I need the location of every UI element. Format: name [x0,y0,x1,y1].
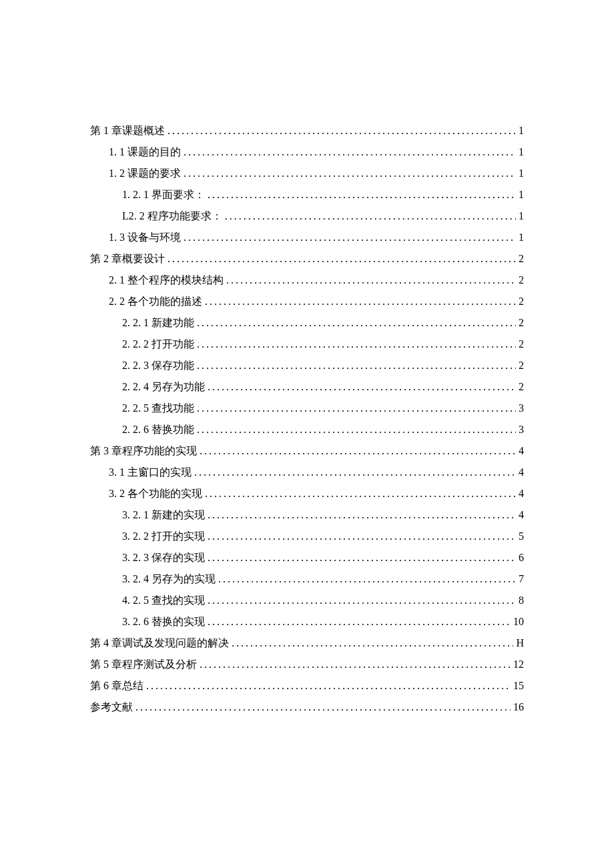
toc-leader-dots [208,376,516,398]
toc-page-number: 4 [519,483,524,504]
toc-entry: 2. 2. 4 另存为功能2 [90,376,524,398]
toc-entry: 1. 1 课题的目的1 [90,141,524,163]
toc-entry: 3. 2. 1 新建的实现4 [90,504,524,526]
toc-leader-dots [208,526,516,547]
toc-leader-dots [197,355,516,376]
toc-entry: 2. 2. 6 替换功能3 [90,419,524,440]
toc-page-number: 2 [519,291,524,312]
toc-entry: 4. 2. 5 查找的实现8 [90,590,524,611]
toc-leader-dots [232,632,513,654]
toc-page-number: H [516,632,524,654]
toc-title: 参考文献 [90,697,133,718]
toc-page-number: 12 [513,654,524,675]
toc-title: 3. 2. 3 保存的实现 [122,547,205,568]
toc-leader-dots [208,504,516,526]
toc-entry: 3. 2 各个功能的实现4 [90,483,524,504]
toc-title: 3. 1 主窗口的实现 [109,462,192,483]
toc-leader-dots [168,248,516,270]
toc-page-number: 3 [519,398,524,419]
toc-title: 2. 2. 4 另存为功能 [122,376,205,398]
toc-leader-dots [197,312,516,334]
toc-entry: 1. 3 设备与环境1 [90,227,524,248]
toc-entry: 3. 2. 4 另存为的实现7 [90,568,524,590]
toc-leader-dots [184,141,516,163]
toc-page-number: 2 [519,248,524,270]
toc-page-number: 15 [513,675,524,697]
toc-entry: L2. 2 程序功能要求：1 [90,205,524,227]
toc-leader-dots [184,227,516,248]
toc-entry: 3. 2. 2 打开的实现5 [90,526,524,547]
toc-leader-dots [194,462,516,483]
toc-leader-dots [218,568,516,590]
toc-title: L2. 2 程序功能要求： [122,205,222,227]
toc-leader-dots [226,270,516,291]
toc-leader-dots [197,398,516,419]
toc-entry: 2. 1 整个程序的模块结构2 [90,270,524,291]
toc-title: 第 2 章概要设计 [90,248,165,270]
toc-page-number: 1 [519,120,524,141]
toc-title: 1. 1 课题的目的 [109,141,181,163]
toc-leader-dots [200,440,516,462]
toc-entry: 参考文献16 [90,697,524,718]
toc-page-number: 4 [519,462,524,483]
toc-page-number: 1 [519,205,524,227]
toc-entry: 2. 2. 2 打开功能2 [90,334,524,355]
toc-entry: 2. 2. 3 保存功能2 [90,355,524,376]
toc-page-number: 1 [519,141,524,163]
toc-entry: 第 2 章概要设计2 [90,248,524,270]
toc-leader-dots [225,205,516,227]
toc-title: 第 1 章课题概述 [90,120,165,141]
toc-page-number: 16 [513,697,524,718]
toc-page-number: 1 [519,163,524,184]
toc-leader-dots [168,120,516,141]
toc-title: 第 6 章总结 [90,675,143,697]
toc-page-number: 5 [519,526,524,547]
toc-entry: 1. 2 课题的要求1 [90,163,524,184]
toc-leader-dots [208,590,516,611]
toc-page-number: 1 [519,227,524,248]
toc-leader-dots [197,419,516,440]
toc-entry: 3. 1 主窗口的实现4 [90,462,524,483]
toc-title: 第 3 章程序功能的实现 [90,440,197,462]
toc-page-number: 2 [519,334,524,355]
toc-entry: 1. 2. 1 界面要求：1 [90,184,524,205]
toc-entry: 第 5 章程序测试及分析12 [90,654,524,675]
toc-title: 3. 2. 4 另存为的实现 [122,568,216,590]
table-of-contents: 第 1 章课题概述11. 1 课题的目的11. 2 课题的要求11. 2. 1 … [90,120,524,718]
toc-entry: 第 1 章课题概述1 [90,120,524,141]
toc-page-number: 2 [519,376,524,398]
toc-entry: 3. 2. 6 替换的实现10 [90,611,524,632]
toc-page-number: 6 [519,547,524,568]
toc-leader-dots [197,334,516,355]
toc-title: 1. 3 设备与环境 [109,227,181,248]
toc-leader-dots [135,697,511,718]
toc-title: 2. 2. 5 查找功能 [122,398,194,419]
toc-title: 3. 2. 1 新建的实现 [122,504,205,526]
toc-leader-dots [205,291,516,312]
toc-page-number: 2 [519,312,524,334]
toc-title: 2. 2. 1 新建功能 [122,312,194,334]
toc-page-number: 4 [519,440,524,462]
toc-entry: 3. 2. 3 保存的实现6 [90,547,524,568]
toc-page-number: 10 [513,611,524,632]
toc-entry: 2. 2. 1 新建功能2 [90,312,524,334]
toc-page-number: 2 [519,270,524,291]
toc-page-number: 8 [519,590,524,611]
toc-page-number: 1 [519,184,524,205]
toc-title: 3. 2 各个功能的实现 [109,483,202,504]
toc-page-number: 3 [519,419,524,440]
toc-entry: 2. 2. 5 查找功能3 [90,398,524,419]
toc-title: 2. 2. 6 替换功能 [122,419,194,440]
toc-title: 2. 2. 2 打开功能 [122,334,194,355]
toc-entry: 第 6 章总结15 [90,675,524,697]
toc-title: 第 5 章程序测试及分析 [90,654,197,675]
toc-leader-dots [205,483,516,504]
toc-title: 3. 2. 2 打开的实现 [122,526,205,547]
toc-page-number: 4 [519,504,524,526]
toc-page-number: 7 [519,568,524,590]
toc-leader-dots [200,654,511,675]
toc-title: 1. 2. 1 界面要求： [122,184,205,205]
toc-title: 2. 2 各个功能的描述 [109,291,202,312]
toc-page-number: 2 [519,355,524,376]
toc-leader-dots [184,163,516,184]
